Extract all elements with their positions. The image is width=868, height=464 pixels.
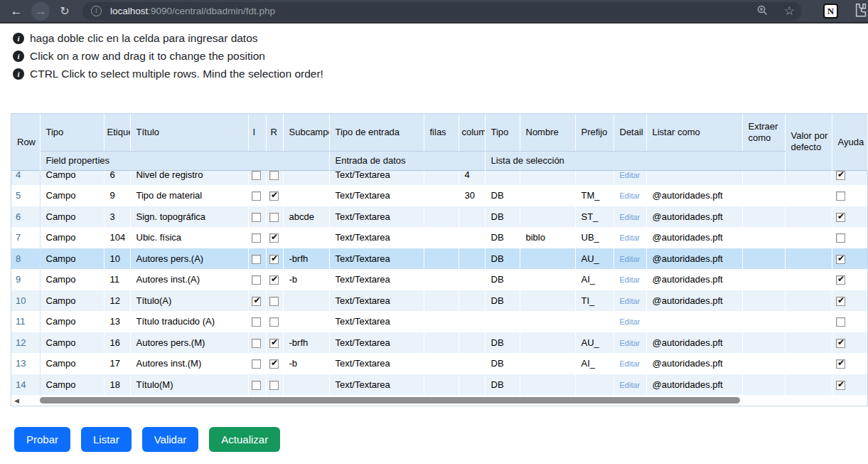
checkbox-i[interactable] xyxy=(248,185,266,206)
cell-prefijo[interactable] xyxy=(575,311,614,332)
cell-detail[interactable]: Editar xyxy=(614,353,646,374)
cell-row-number[interactable]: 9 xyxy=(11,269,40,290)
cell-nombre[interactable] xyxy=(520,206,575,228)
cell-row-number[interactable]: 10 xyxy=(11,290,40,312)
checkbox-r[interactable] xyxy=(266,311,283,332)
table-row[interactable]: 5 Campo 9 Tipo de material Text/Textarea… xyxy=(11,185,867,206)
extensions-puzzle-icon[interactable] xyxy=(851,2,868,21)
cell-subcampos[interactable] xyxy=(283,227,329,248)
cell-tipo[interactable]: Campo xyxy=(40,227,104,248)
bookmark-star-icon[interactable]: ☆ xyxy=(784,5,795,17)
checkbox-i[interactable] xyxy=(248,248,266,270)
checkbox-i[interactable] xyxy=(248,353,266,374)
cell-tipo-lista[interactable]: DB xyxy=(485,374,520,396)
cell-valor-defecto[interactable] xyxy=(785,332,832,354)
checkbox-r[interactable] xyxy=(266,171,283,186)
cell-extraer-como[interactable] xyxy=(742,269,785,290)
cell-listar-como[interactable]: @autoridades.pft xyxy=(646,227,742,248)
cell-tipo-lista[interactable]: DB xyxy=(485,206,520,228)
cell-colum[interactable] xyxy=(459,206,485,228)
cell-colum[interactable] xyxy=(459,269,485,290)
cell-detail[interactable]: Editar xyxy=(614,227,646,248)
cell-tipo[interactable]: Campo xyxy=(40,353,104,374)
cell-colum[interactable]: 4 xyxy=(459,171,485,186)
cell-colum[interactable]: 30 xyxy=(459,185,485,206)
checkbox-r[interactable] xyxy=(266,248,283,270)
cell-subcampos[interactable]: abcde xyxy=(283,206,329,228)
cell-colum[interactable] xyxy=(459,374,485,396)
cell-extraer-como[interactable] xyxy=(742,171,785,186)
scroll-left-arrow-icon[interactable]: ◀ xyxy=(14,396,19,405)
checkbox-i[interactable] xyxy=(248,290,266,312)
cell-tipo-entrada[interactable]: Text/Textarea xyxy=(329,332,424,354)
cell-tipo[interactable]: Campo xyxy=(40,332,104,354)
cell-extraer-como[interactable] xyxy=(742,248,785,270)
cell-nombre[interactable] xyxy=(520,185,575,206)
cell-detail[interactable]: Editar xyxy=(614,171,646,186)
cell-extraer-como[interactable] xyxy=(742,290,785,312)
cell-filas[interactable] xyxy=(424,290,459,312)
cell-colum[interactable] xyxy=(459,332,485,354)
reload-icon[interactable]: ↻ xyxy=(55,2,74,21)
cell-tipo[interactable]: Campo xyxy=(40,269,104,290)
cell-extraer-como[interactable] xyxy=(742,311,785,332)
cell-listar-como[interactable]: @autoridades.pft xyxy=(646,269,742,290)
cell-nombre[interactable] xyxy=(520,269,575,290)
cell-detail[interactable]: Editar xyxy=(614,290,646,312)
cell-etiqueta[interactable]: 6 xyxy=(104,171,130,186)
cell-subcampos[interactable] xyxy=(283,171,329,186)
cell-filas[interactable] xyxy=(424,171,459,186)
checkbox-ayuda[interactable] xyxy=(832,206,867,228)
cell-listar-como[interactable]: @autoridades.pft xyxy=(646,185,742,206)
cell-tipo[interactable]: Campo xyxy=(40,290,104,312)
cell-tipo[interactable]: Campo xyxy=(40,171,104,186)
checkbox-r[interactable] xyxy=(266,269,283,290)
cell-extraer-como[interactable] xyxy=(742,227,785,248)
checkbox-r[interactable] xyxy=(266,332,283,354)
checkbox-ayuda[interactable] xyxy=(832,185,867,206)
cell-nombre[interactable] xyxy=(520,311,575,332)
cell-row-number[interactable]: 13 xyxy=(11,353,40,374)
notion-extension-icon[interactable]: N xyxy=(823,4,838,19)
cell-detail[interactable]: Editar xyxy=(614,269,646,290)
table-row[interactable]: 14 Campo 18 Título(M) Text/Textarea DB E… xyxy=(11,374,867,396)
cell-etiqueta[interactable]: 11 xyxy=(104,269,130,290)
cell-titulo[interactable]: Título(A) xyxy=(130,290,248,312)
cell-titulo[interactable]: Autores pers.(M) xyxy=(130,332,248,354)
cell-colum[interactable] xyxy=(459,290,485,312)
checkbox-r[interactable] xyxy=(266,185,283,206)
cell-detail[interactable]: Editar xyxy=(614,332,646,354)
cell-filas[interactable] xyxy=(424,206,459,228)
cell-prefijo[interactable]: ST_ xyxy=(575,206,614,228)
horizontal-scrollbar[interactable]: ◀ xyxy=(11,396,867,406)
table-row[interactable]: 11 Campo 13 Título traducido (A) Text/Te… xyxy=(11,311,867,332)
listar-button[interactable]: Listar xyxy=(81,427,132,453)
cell-nombre[interactable] xyxy=(520,332,575,354)
cell-filas[interactable] xyxy=(424,332,459,354)
cell-tipo-entrada[interactable]: Text/Textarea xyxy=(329,206,424,228)
cell-tipo-entrada[interactable]: Text/Textarea xyxy=(329,269,424,290)
cell-listar-como[interactable]: @autoridades.pft xyxy=(646,353,742,374)
checkbox-ayuda[interactable] xyxy=(832,248,867,270)
cell-detail[interactable]: Editar xyxy=(614,185,646,206)
checkbox-i[interactable] xyxy=(248,227,266,248)
cell-extraer-como[interactable] xyxy=(742,185,785,206)
checkbox-ayuda[interactable] xyxy=(832,227,867,248)
cell-tipo-entrada[interactable]: Text/Textarea xyxy=(329,311,424,332)
cell-extraer-como[interactable] xyxy=(742,374,785,396)
cell-listar-como[interactable]: @autoridades.pft xyxy=(646,374,742,396)
cell-prefijo[interactable]: AI_ xyxy=(575,353,614,374)
checkbox-i[interactable] xyxy=(248,374,266,396)
url-text[interactable]: localhost:9090/central/dbadmin/fdt.php xyxy=(110,6,275,16)
cell-prefijo[interactable] xyxy=(575,374,614,396)
cell-nombre[interactable] xyxy=(520,374,575,396)
table-row[interactable]: 9 Campo 11 Autores inst.(A) -b Text/Text… xyxy=(11,269,867,290)
cell-subcampos[interactable] xyxy=(283,311,329,332)
forward-icon[interactable]: → xyxy=(31,2,50,21)
cell-nombre[interactable]: biblo xyxy=(520,227,575,248)
cell-nombre[interactable] xyxy=(520,171,575,186)
cell-tipo[interactable]: Campo xyxy=(40,311,104,332)
cell-filas[interactable] xyxy=(424,269,459,290)
cell-tipo-lista[interactable]: DB xyxy=(485,269,520,290)
cell-detail[interactable]: Editar xyxy=(614,248,646,270)
